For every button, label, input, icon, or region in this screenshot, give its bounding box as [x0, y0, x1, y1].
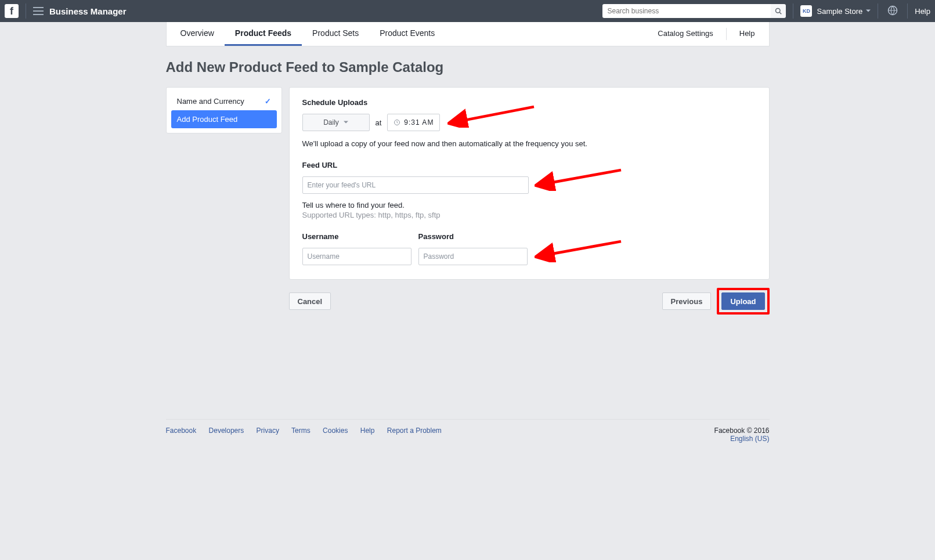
footer-link-terms[interactable]: Terms	[291, 427, 311, 435]
svg-line-1	[780, 12, 782, 14]
frequency-value: Daily	[323, 118, 339, 127]
search-input[interactable]	[602, 4, 771, 18]
tab-overview[interactable]: Overview	[170, 22, 225, 46]
search-container: KD Sample Store Help	[602, 3, 930, 19]
svg-point-0	[776, 9, 781, 13]
top-bar: f Business Manager KD Sample Store Help	[0, 0, 935, 22]
upload-highlight-annotation: Upload	[717, 288, 769, 315]
store-badge: KD	[800, 5, 812, 17]
steps-sidebar: Name and Currency ✓ Add Product Feed	[166, 87, 282, 133]
footer-link-report[interactable]: Report a Problem	[387, 427, 442, 435]
tab-product-feeds[interactable]: Product Feeds	[225, 22, 302, 46]
annotation-arrow-icon	[447, 104, 546, 129]
cancel-button[interactable]: Cancel	[289, 292, 331, 310]
feed-url-supported-types: Supported URL types: http, https, ftp, s…	[302, 211, 756, 219]
schedule-uploads-label: Schedule Uploads	[302, 98, 756, 107]
tab-product-events[interactable]: Product Events	[369, 22, 445, 46]
step-label: Add Product Feed	[177, 115, 238, 124]
feed-url-label: Feed URL	[302, 161, 756, 169]
divider	[907, 3, 908, 19]
clock-icon	[394, 119, 400, 126]
brand-title: Business Manager	[49, 6, 127, 16]
store-name: Sample Store	[817, 7, 862, 16]
upload-button[interactable]: Upload	[721, 292, 764, 310]
divider	[878, 3, 878, 19]
schedule-helper-text: We'll upload a copy of your feed now and…	[302, 139, 756, 148]
username-label: Username	[302, 232, 411, 241]
footer-link-cookies[interactable]: Cookies	[323, 427, 348, 435]
svg-line-5	[549, 170, 621, 183]
footer-link-developers[interactable]: Developers	[209, 427, 244, 435]
search-button[interactable]	[771, 4, 786, 18]
footer: Facebook Developers Privacy Terms Cookie…	[166, 419, 770, 466]
notifications-globe-icon[interactable]	[887, 5, 898, 17]
username-input[interactable]	[302, 248, 411, 265]
footer-copyright-block: Facebook © 2016 English (US)	[714, 427, 770, 443]
divider	[26, 3, 26, 19]
tab-product-sets[interactable]: Product Sets	[302, 22, 369, 46]
footer-links: Facebook Developers Privacy Terms Cookie…	[166, 427, 452, 443]
password-label: Password	[418, 232, 528, 241]
time-value: 9:31 AM	[404, 118, 434, 127]
svg-line-6	[549, 241, 621, 254]
header-help-link[interactable]: Help	[915, 7, 930, 16]
check-icon: ✓	[265, 97, 271, 106]
password-input[interactable]	[418, 248, 528, 265]
svg-line-4	[462, 107, 534, 121]
facebook-logo-icon[interactable]: f	[5, 4, 19, 18]
footer-link-privacy[interactable]: Privacy	[257, 427, 279, 435]
chevron-down-icon	[866, 9, 871, 13]
time-input[interactable]: 9:31 AM	[387, 114, 440, 131]
tab-catalog-settings[interactable]: Catalog Settings	[647, 22, 723, 46]
at-label: at	[376, 118, 382, 127]
frequency-select[interactable]: Daily	[302, 114, 370, 131]
annotation-arrow-icon	[535, 168, 633, 193]
action-row: Cancel Previous Upload	[289, 288, 770, 315]
search-icon	[775, 8, 782, 15]
form-card: Schedule Uploads Daily at 9:31 AM W	[289, 87, 770, 280]
previous-button[interactable]: Previous	[662, 292, 712, 310]
menu-icon[interactable]	[33, 7, 44, 15]
page-title: Add New Product Feed to Sample Catalog	[166, 59, 770, 75]
footer-language-link[interactable]: English (US)	[714, 435, 770, 443]
account-switcher[interactable]: KD Sample Store	[800, 5, 871, 17]
step-add-product-feed[interactable]: Add Product Feed	[171, 110, 277, 128]
step-label: Name and Currency	[177, 97, 244, 106]
footer-copyright: Facebook © 2016	[714, 427, 770, 435]
divider	[793, 3, 793, 19]
divider	[726, 28, 727, 40]
feed-url-help: Tell us where to find your feed.	[302, 201, 756, 209]
tab-help[interactable]: Help	[729, 22, 766, 46]
footer-link-facebook[interactable]: Facebook	[166, 427, 197, 435]
chevron-down-icon	[344, 121, 348, 124]
feed-url-input[interactable]	[302, 176, 529, 194]
tab-bar: Overview Product Feeds Product Sets Prod…	[166, 22, 770, 46]
footer-link-help[interactable]: Help	[360, 427, 375, 435]
step-name-and-currency[interactable]: Name and Currency ✓	[171, 92, 277, 110]
annotation-arrow-icon	[535, 239, 633, 264]
